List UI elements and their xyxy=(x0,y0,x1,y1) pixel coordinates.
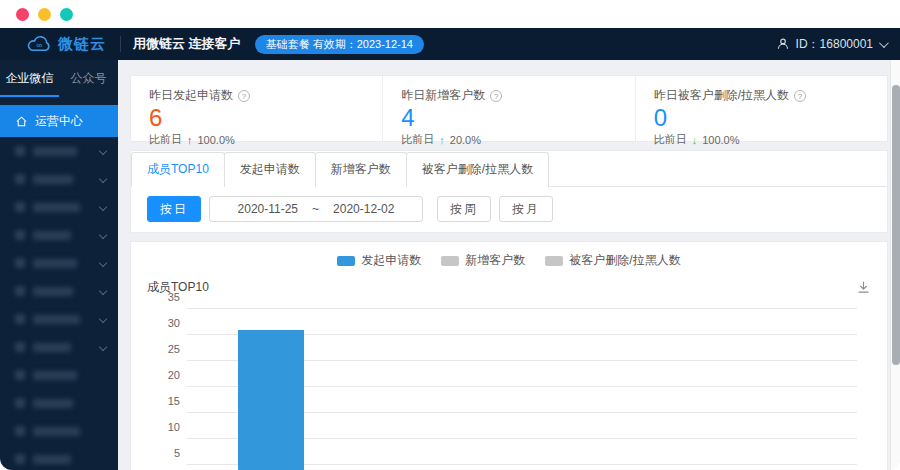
range-separator: ~ xyxy=(312,202,319,216)
menu-label-blurred xyxy=(33,343,71,352)
sidebar: 企业微信 公众号 运营中心 xyxy=(0,60,118,470)
sidebar-menu: 运营中心 xyxy=(0,105,118,470)
y-axis-tick: 10 xyxy=(168,421,180,433)
tab-new-customer-count[interactable]: 新增客户数 xyxy=(315,152,407,187)
sidebar-item-blurred[interactable] xyxy=(0,193,118,221)
cloud-infinity-logo-icon: ∞ xyxy=(26,35,52,54)
compare-label: 比前日 xyxy=(149,132,182,147)
chevron-down-icon xyxy=(99,203,107,211)
sidebar-item-blurred[interactable] xyxy=(0,221,118,249)
sidebar-item-blurred[interactable] xyxy=(0,333,118,361)
main-content: 昨日发起申请数 6 比前日↑100.0% 昨日新增客户数 4 比前日↑20.0%… xyxy=(118,60,900,470)
sidebar-item-blurred[interactable] xyxy=(0,249,118,277)
trend-pct: 100.0% xyxy=(702,134,739,146)
brand-logo: ∞ 微链云 xyxy=(26,35,118,54)
menu-icon xyxy=(15,342,25,352)
tab-member-top10[interactable]: 成员TOP10 xyxy=(131,152,225,187)
menu-label-blurred xyxy=(33,315,80,324)
sidebar-item-blurred[interactable] xyxy=(0,165,118,193)
tab-request-count[interactable]: 发起申请数 xyxy=(224,152,316,187)
trend-up-icon: ↑ xyxy=(187,134,193,146)
menu-icon xyxy=(15,286,25,296)
legend-label: 新增客户数 xyxy=(465,252,525,269)
chevron-down-icon xyxy=(99,343,107,351)
tab-deleted-blocked-count[interactable]: 被客户删除/拉黑人数 xyxy=(406,152,549,187)
legend-item-requests[interactable]: 发起申请数 xyxy=(337,252,421,269)
chevron-down-icon xyxy=(99,315,107,323)
sidebar-item-blurred[interactable] xyxy=(0,389,118,417)
legend-swatch xyxy=(337,256,355,266)
sidebar-item-operation-center[interactable]: 运营中心 xyxy=(0,105,118,137)
menu-icon xyxy=(15,454,25,464)
sidebar-item-blurred[interactable] xyxy=(0,137,118,165)
menu-label-blurred xyxy=(33,147,77,156)
vertical-scrollbar xyxy=(890,60,900,470)
by-month-button[interactable]: 按月 xyxy=(499,196,553,222)
sidebar-item-blurred[interactable] xyxy=(0,277,118,305)
sidebar-item-blurred[interactable] xyxy=(0,361,118,389)
stat-label: 昨日新增客户数 xyxy=(401,87,485,104)
report-tabs-panel: 成员TOP10 发起申请数 新增客户数 被客户删除/拉黑人数 按日 2020-1… xyxy=(130,150,888,233)
range-start-value: 2020-11-25 xyxy=(238,202,299,216)
trend-down-icon: ↓ xyxy=(692,134,698,146)
home-icon xyxy=(15,115,28,128)
legend-swatch xyxy=(545,256,563,266)
menu-label-blurred xyxy=(33,203,80,212)
header-divider xyxy=(120,36,121,52)
by-week-button[interactable]: 按周 xyxy=(437,196,491,222)
compare-label: 比前日 xyxy=(401,132,434,147)
menu-label-blurred xyxy=(33,231,71,240)
chevron-down-icon xyxy=(99,287,107,295)
stats-summary-card: 昨日发起申请数 6 比前日↑100.0% 昨日新增客户数 4 比前日↑20.0%… xyxy=(130,75,888,142)
chevron-down-icon xyxy=(879,38,889,48)
y-axis-tick: 25 xyxy=(168,343,180,355)
help-icon[interactable] xyxy=(490,90,502,102)
stat-value: 6 xyxy=(149,105,364,131)
menu-icon xyxy=(15,258,25,268)
bar xyxy=(238,330,304,470)
stat-label: 昨日被客户删除/拉黑人数 xyxy=(654,87,789,104)
stat-card-new-customers: 昨日新增客户数 4 比前日↑20.0% xyxy=(383,76,635,141)
close-button[interactable] xyxy=(16,8,29,21)
svg-text:∞: ∞ xyxy=(36,39,42,49)
menu-label-blurred xyxy=(33,399,73,408)
scrollbar-thumb[interactable] xyxy=(892,85,900,365)
date-range-input[interactable]: 2020-11-25 ~ 2020-12-02 xyxy=(209,196,423,222)
menu-icon xyxy=(15,202,25,212)
y-axis-tick: 5 xyxy=(174,447,180,459)
help-icon[interactable] xyxy=(238,90,250,102)
by-day-button[interactable]: 按日 xyxy=(147,196,201,222)
compare-label: 比前日 xyxy=(654,132,687,147)
sidebar-tab-wecom[interactable]: 企业微信 xyxy=(0,70,59,97)
minimize-button[interactable] xyxy=(38,8,51,21)
chevron-down-icon xyxy=(99,259,107,267)
sidebar-item-blurred[interactable] xyxy=(0,417,118,445)
help-icon[interactable] xyxy=(794,90,806,102)
sidebar-tab-official-account[interactable]: 公众号 xyxy=(59,70,118,97)
zoom-button[interactable] xyxy=(60,8,73,21)
sidebar-item-blurred[interactable] xyxy=(0,445,118,470)
window-titlebar xyxy=(0,0,900,28)
download-icon[interactable] xyxy=(856,280,871,295)
report-tabbar: 成员TOP10 发起申请数 新增客户数 被客户删除/拉黑人数 xyxy=(131,151,887,187)
sidebar-item-blurred[interactable] xyxy=(0,305,118,333)
legend-item-new-customers[interactable]: 新增客户数 xyxy=(441,252,525,269)
y-axis-tick: 20 xyxy=(168,369,180,381)
menu-icon xyxy=(15,230,25,240)
stat-value: 0 xyxy=(654,105,869,131)
menu-label-blurred xyxy=(33,259,77,268)
legend-swatch xyxy=(441,256,459,266)
menu-label-blurred xyxy=(33,427,80,436)
brand-name: 微链云 xyxy=(58,35,106,54)
gridline xyxy=(187,308,857,309)
legend-item-deleted-blocked[interactable]: 被客户删除/拉黑人数 xyxy=(545,252,680,269)
menu-label-blurred xyxy=(33,287,73,296)
menu-icon xyxy=(15,370,25,380)
stat-value: 4 xyxy=(401,105,616,131)
range-end-value: 2020-12-02 xyxy=(333,202,394,216)
user-account-menu[interactable]: ID：16800001 xyxy=(776,36,886,53)
chevron-down-icon xyxy=(99,231,107,239)
stat-card-deleted-blocked: 昨日被客户删除/拉黑人数 0 比前日↓100.0% xyxy=(636,76,887,141)
y-axis-tick: 30 xyxy=(168,317,180,329)
menu-icon xyxy=(15,398,25,408)
